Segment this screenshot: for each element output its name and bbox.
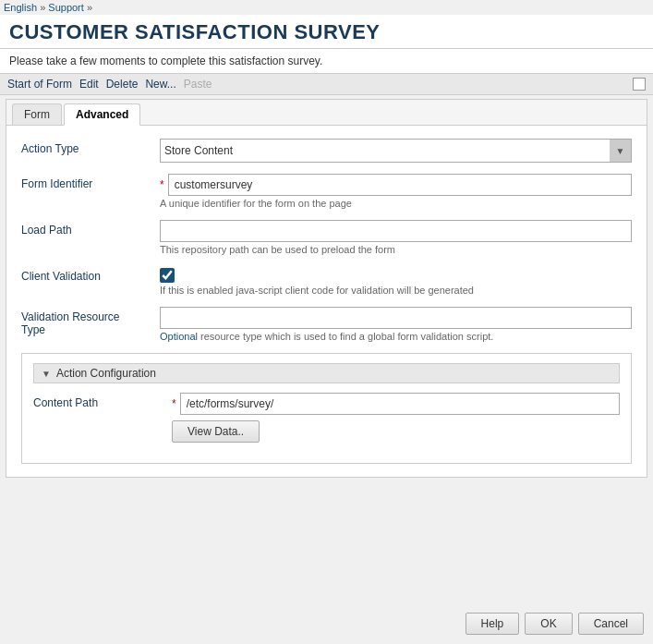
toolbar-checkbox[interactable]: [633, 78, 646, 91]
page-subtitle: Please take a few moments to complete th…: [9, 55, 322, 67]
content-path-label: Content Path: [33, 393, 172, 409]
action-type-select[interactable]: Store ContentForward to PathCustom: [160, 139, 632, 163]
section-title: Action Configuration: [56, 367, 156, 380]
breadcrumb-english[interactable]: English: [4, 2, 37, 13]
toolbar-delete[interactable]: Delete: [106, 78, 139, 91]
ok-button[interactable]: OK: [525, 613, 572, 635]
validation-resource-hint: Optional resource type which is used to …: [160, 331, 632, 342]
client-validation-row: Client Validation If this is enabled jav…: [21, 266, 632, 296]
validation-resource-input[interactable]: [160, 307, 632, 329]
load-path-control: This repository path can be used to prel…: [160, 220, 632, 255]
load-path-input[interactable]: [160, 220, 632, 242]
client-validation-label: Client Validation: [21, 266, 160, 283]
load-path-hint: This repository path can be used to prel…: [160, 244, 632, 255]
view-data-button[interactable]: View Data..: [172, 420, 260, 443]
validation-resource-label: Validation Resource Type: [21, 307, 160, 336]
action-type-select-wrapper: Store ContentForward to PathCustom ▼: [160, 139, 632, 163]
breadcrumb: English » Support »: [0, 0, 653, 15]
action-type-label: Action Type: [21, 139, 160, 155]
main-panel: Form Advanced Action Type Store ContentF…: [6, 99, 647, 478]
breadcrumb-support[interactable]: Support: [48, 2, 84, 13]
content-path-required: *: [172, 397, 176, 410]
section-collapse-icon[interactable]: ▼: [42, 369, 51, 379]
page-title: CUSTOMER SATISFACTION SURVEY: [9, 20, 644, 44]
hint-optional: Optional: [160, 331, 198, 342]
form-identifier-control: * A unique identifier for the form on th…: [160, 174, 632, 209]
cancel-button[interactable]: Cancel: [578, 613, 644, 635]
toolbar: Start of Form Edit Delete New... Paste: [0, 73, 653, 95]
action-type-control: Store ContentForward to PathCustom ▼: [160, 139, 632, 163]
toolbar-edit[interactable]: Edit: [79, 78, 99, 91]
action-type-row: Action Type Store ContentForward to Path…: [21, 139, 632, 163]
form-identifier-required: *: [160, 178, 164, 191]
bottom-buttons: Help OK Cancel: [466, 613, 644, 635]
toolbar-start-of-form[interactable]: Start of Form: [7, 78, 72, 91]
tab-bar: Form Advanced: [6, 100, 647, 126]
content-path-control: * View Data..: [172, 393, 620, 443]
toolbar-paste: Paste: [184, 78, 212, 91]
client-validation-control: If this is enabled java-script client co…: [160, 266, 632, 296]
form-identifier-label: Form Identifier: [21, 174, 160, 190]
section-header: ▼ Action Configuration: [33, 363, 620, 383]
tab-form[interactable]: Form: [12, 103, 62, 125]
hint-suffix: resource type which is used to find a gl…: [198, 331, 493, 342]
toolbar-new[interactable]: New...: [145, 78, 175, 91]
form-body: Action Type Store ContentForward to Path…: [6, 126, 647, 477]
form-identifier-input[interactable]: [168, 174, 632, 196]
content-path-input[interactable]: [180, 393, 620, 415]
client-validation-checkbox[interactable]: [160, 268, 175, 283]
help-button[interactable]: Help: [466, 613, 520, 635]
client-validation-hint: If this is enabled java-script client co…: [160, 285, 632, 296]
form-identifier-hint: A unique identifier for the form on the …: [160, 198, 632, 209]
load-path-label: Load Path: [21, 220, 160, 237]
action-configuration-section: ▼ Action Configuration Content Path * Vi…: [21, 353, 632, 464]
validation-resource-control: Optional resource type which is used to …: [160, 307, 632, 342]
load-path-row: Load Path This repository path can be us…: [21, 220, 632, 255]
content-path-row: Content Path * View Data..: [33, 393, 620, 443]
validation-resource-row: Validation Resource Type Optional resour…: [21, 307, 632, 342]
tab-advanced[interactable]: Advanced: [64, 103, 140, 126]
form-identifier-row: Form Identifier * A unique identifier fo…: [21, 174, 632, 209]
